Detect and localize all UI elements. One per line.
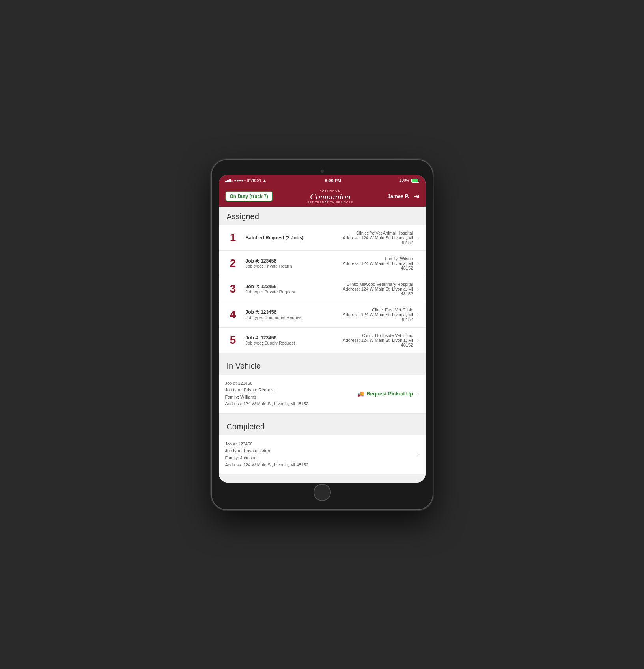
item-addr-line2-3: Address: 124 W Main St, Livonia, MI 4815…: [332, 287, 413, 296]
camera-area: [219, 167, 426, 175]
item-subtitle-5: Job type: Supply Request: [246, 341, 327, 345]
item-title-4: Job #: 123456: [246, 309, 327, 315]
status-bar: ●●●●○ InVision ▲ 8:00 PM 100%: [219, 175, 426, 186]
header-right: James P. ⇥: [388, 192, 419, 201]
item-addr-line1-4: Clinic: East Vet Clinic: [332, 307, 413, 312]
chevron-icon-3: ›: [417, 285, 419, 293]
assigned-item-2[interactable]: 2 Job #: 123456 Job type: Private Return…: [219, 251, 426, 276]
main-content: Assigned 1 Batched Request (3 Jobs) Clin…: [219, 207, 426, 483]
completed-line1: Job #: 123456: [225, 441, 309, 448]
device: ●●●●○ InVision ▲ 8:00 PM 100% On Duty (t…: [212, 160, 433, 509]
item-number-5: 5: [225, 334, 241, 347]
item-addr-line2-1: Address: 124 W Main St, Livonia, MI 4815…: [332, 235, 413, 245]
app-logo: Faithful Companion PET CREMATION SERVICE…: [307, 189, 353, 204]
in-vehicle-section-header: In Vehicle: [219, 356, 426, 375]
item-info-5: Job #: 123456 Job type: Supply Request: [241, 335, 332, 345]
item-addr-line1-1: Clinic: PetVet Animal Hospital: [332, 231, 413, 235]
status-left: ●●●●○ InVision ▲: [225, 178, 267, 183]
home-button-area: [219, 483, 426, 502]
assigned-section-header: Assigned: [219, 207, 426, 225]
item-title-3: Job #: 123456: [246, 284, 327, 289]
completed-item[interactable]: Job #: 123456 Job type: Private Return F…: [219, 435, 426, 474]
in-vehicle-line2: Job type: Private Request: [225, 387, 358, 394]
in-vehicle-item[interactable]: Job #: 123456 Job type: Private Request …: [219, 375, 426, 414]
logo-tagline: PET CREMATION SERVICES: [307, 201, 353, 204]
chevron-icon-5: ›: [417, 337, 419, 344]
item-info-3: Job #: 123456 Job type: Private Request: [241, 284, 332, 294]
item-address-2: Family: Wilson Address: 124 W Main St, L…: [332, 256, 417, 270]
item-info-4: Job #: 123456 Job type: Communal Request: [241, 309, 332, 320]
item-subtitle-3: Job type: Private Request: [246, 289, 327, 294]
completed-line2: Job type: Private Return: [225, 447, 309, 455]
completed-list: Job #: 123456 Job type: Private Return F…: [219, 435, 426, 474]
battery-percent: 100%: [399, 178, 410, 183]
item-number-3: 3: [225, 283, 241, 295]
item-number-1: 1: [225, 231, 241, 244]
chevron-icon-completed: ›: [417, 451, 419, 458]
signal-icon: [225, 179, 233, 182]
completed-info: Job #: 123456 Job type: Private Return F…: [225, 441, 309, 468]
chevron-icon-vehicle: ›: [417, 390, 419, 397]
chevron-icon-2: ›: [417, 260, 419, 267]
completed-section-header: Completed: [219, 417, 426, 435]
device-screen: ●●●●○ InVision ▲ 8:00 PM 100% On Duty (t…: [219, 175, 426, 483]
item-subtitle-4: Job type: Communal Request: [246, 315, 327, 320]
battery-icon: [411, 179, 419, 183]
logout-icon[interactable]: ⇥: [413, 192, 419, 201]
assigned-item-5[interactable]: 5 Job #: 123456 Job type: Supply Request…: [219, 328, 426, 353]
item-address-3: Clinic: Milwood Veterinary Hospital Addr…: [332, 282, 417, 296]
user-name: James P.: [388, 193, 409, 199]
item-number-4: 4: [225, 308, 241, 321]
in-vehicle-line1: Job #: 123456: [225, 380, 358, 387]
item-info-2: Job #: 123456 Job type: Private Return: [241, 258, 332, 268]
item-title-5: Job #: 123456: [246, 335, 327, 341]
time-display: 8:00 PM: [325, 178, 342, 183]
in-vehicle-list: Job #: 123456 Job type: Private Request …: [219, 375, 426, 414]
item-subtitle-2: Job type: Private Return: [246, 264, 327, 268]
item-address-4: Clinic: East Vet Clinic Address: 124 W M…: [332, 307, 417, 322]
assigned-item-1[interactable]: 1 Batched Request (3 Jobs) Clinic: PetVe…: [219, 225, 426, 251]
item-addr-line1-3: Clinic: Milwood Veterinary Hospital: [332, 282, 413, 287]
item-addr-line1-2: Family: Wilson: [332, 256, 413, 261]
item-addr-line2-2: Address: 124 W Main St, Livonia, MI 4815…: [332, 261, 413, 270]
chevron-icon-1: ›: [417, 234, 419, 241]
request-picked-up-button[interactable]: 🚚 Request Picked Up: [357, 391, 413, 397]
item-address-1: Clinic: PetVet Animal Hospital Address: …: [332, 231, 417, 245]
chevron-icon-4: ›: [417, 311, 419, 318]
app-header: On Duty (truck 7) Faithful Companion PET…: [219, 186, 426, 207]
home-button[interactable]: [314, 484, 331, 501]
item-number-2: 2: [225, 257, 241, 270]
item-addr-line1-5: Clinic: Northside Vet Clinic: [332, 333, 413, 338]
in-vehicle-line3: Family: Williams: [225, 394, 358, 401]
item-address-5: Clinic: Northside Vet Clinic Address: 12…: [332, 333, 417, 347]
in-vehicle-line4: Address: 124 W Main St, Livonia, MI 4815…: [225, 401, 358, 408]
battery-fill: [412, 179, 418, 182]
assigned-item-4[interactable]: 4 Job #: 123456 Job type: Communal Reque…: [219, 302, 426, 328]
duty-badge[interactable]: On Duty (truck 7): [225, 191, 273, 201]
item-info-1: Batched Request (3 Jobs): [241, 235, 332, 240]
item-title-1: Batched Request (3 Jobs): [246, 235, 327, 240]
completed-line3: Family: Johnson: [225, 455, 309, 462]
carrier-label: ●●●●○ InVision: [234, 178, 261, 183]
assigned-item-3[interactable]: 3 Job #: 123456 Job type: Private Reques…: [219, 276, 426, 302]
truck-icon: 🚚: [357, 391, 364, 397]
item-title-2: Job #: 123456: [246, 258, 327, 264]
logo-companion: Companion: [307, 192, 353, 201]
in-vehicle-info: Job #: 123456 Job type: Private Request …: [225, 380, 358, 408]
completed-line4: Address: 124 W Main St, Livonia, MI 4815…: [225, 462, 309, 469]
assigned-list: 1 Batched Request (3 Jobs) Clinic: PetVe…: [219, 225, 426, 353]
camera-dot: [321, 170, 324, 173]
request-picked-label: Request Picked Up: [366, 391, 413, 397]
item-addr-line2-5: Address: 124 W Main St, Livonia, MI 4815…: [332, 338, 413, 347]
status-right: 100%: [399, 178, 419, 183]
wifi-icon: ▲: [263, 178, 267, 183]
item-addr-line2-4: Address: 124 W Main St, Livonia, MI 4815…: [332, 312, 413, 322]
